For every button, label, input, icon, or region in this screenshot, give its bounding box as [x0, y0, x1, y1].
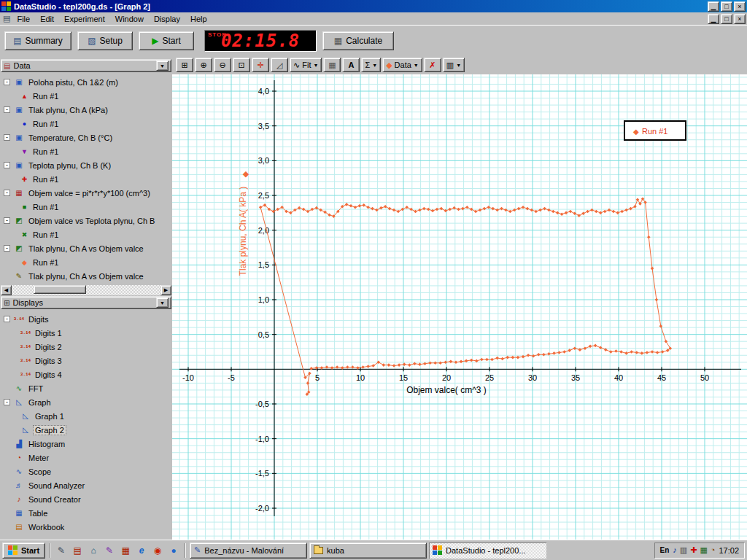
display-item[interactable]: ∿Scope: [0, 464, 172, 478]
volume-icon[interactable]: ♪: [673, 545, 677, 555]
display-item[interactable]: -3.14Digits: [0, 312, 172, 326]
data-run-item[interactable]: ▼Run #1: [0, 144, 172, 158]
summary-button[interactable]: ▤ Summary: [4, 31, 71, 50]
browser-icon[interactable]: e: [134, 543, 149, 558]
media-icon[interactable]: ▤: [70, 543, 85, 558]
expander-icon[interactable]: -: [4, 399, 10, 405]
start-experiment-button[interactable]: ▶ Start: [139, 31, 194, 50]
zoom-in-button[interactable]: ⊕: [195, 58, 212, 72]
expander-icon[interactable]: -: [4, 106, 10, 113]
data-run-item[interactable]: ✖Run #1: [0, 228, 172, 241]
display-item[interactable]: ▟Histogram: [0, 437, 172, 451]
graph-canvas[interactable]: -10-551015202530354045504,03,53,02,52,01…: [172, 74, 747, 540]
display-child-item[interactable]: ◺Graph 1: [0, 409, 172, 423]
scroll-left-button[interactable]: ◀: [1, 285, 12, 295]
scrollbar-thumb[interactable]: [34, 285, 86, 294]
delete-button[interactable]: ✗: [424, 58, 441, 72]
display-item[interactable]: ▦Table: [0, 506, 172, 520]
fit-menu-button[interactable]: ∿Fit▼: [290, 58, 322, 72]
data-panel-hscrollbar[interactable]: ◀ ▶: [1, 285, 171, 295]
mdi-minimize-button[interactable]: ▁: [708, 14, 719, 24]
display-icon[interactable]: ▥: [680, 545, 687, 555]
display-child-item[interactable]: 3.14Digits 4: [0, 368, 172, 381]
setup-button[interactable]: ▧ Setup: [77, 31, 133, 50]
task-button-2[interactable]: kuba: [309, 542, 427, 559]
task-button-1[interactable]: ✎Bez_názvu - Malování: [190, 542, 307, 559]
calculator-icon[interactable]: ▦: [118, 543, 133, 558]
keyboard-layout-indicator[interactable]: En: [660, 546, 670, 554]
mdi-restore-button[interactable]: □: [721, 14, 732, 24]
display-item[interactable]: ♪Sound Creator: [0, 492, 172, 506]
scheduler-icon[interactable]: ◔: [711, 545, 716, 555]
menu-window[interactable]: Window: [110, 14, 149, 24]
calculator-icon: ▦: [334, 36, 342, 46]
scale-to-fit-button[interactable]: ⊞: [176, 58, 193, 72]
data-item[interactable]: -▦Objem valce = pi*r*r*y*100 (cm^3): [0, 186, 172, 200]
pen-icon[interactable]: ✎: [102, 543, 117, 558]
expander-icon[interactable]: -: [4, 79, 10, 85]
data-run-item[interactable]: ◆Run #1: [0, 255, 172, 269]
menu-file[interactable]: File: [12, 14, 35, 24]
player-icon[interactable]: ◉: [150, 543, 165, 558]
task-button-3[interactable]: DataStudio - tepl200...: [429, 542, 546, 559]
network-icon[interactable]: ▦: [700, 545, 707, 555]
slope-tool-button[interactable]: ◿: [271, 58, 288, 72]
data-panel-dropdown-button[interactable]: ▼: [156, 61, 169, 71]
expander-icon[interactable]: -: [4, 134, 10, 141]
data-item[interactable]: ✎Tlak plynu, Ch A vs Objem valce: [0, 269, 172, 283]
scroll-right-button[interactable]: ▶: [160, 285, 171, 295]
show-desktop-icon[interactable]: ⌂: [86, 543, 101, 558]
data-run-item[interactable]: ●Run #1: [0, 117, 172, 131]
scrollbar-track[interactable]: [12, 285, 160, 295]
start-menu-button[interactable]: Start: [2, 542, 45, 559]
menu-display[interactable]: Display: [149, 14, 185, 24]
scale-to-fit-icon: ⊞: [181, 61, 187, 70]
antivirus-icon[interactable]: ✚: [690, 545, 697, 555]
calculator-button[interactable]: ▦: [323, 58, 341, 72]
display-item[interactable]: -◺Graph: [0, 395, 172, 409]
graph-settings-button[interactable]: ▥▼: [443, 58, 465, 72]
calculate-button[interactable]: ▦ Calculate: [322, 31, 394, 50]
data-item[interactable]: -▣Poloha pistu, Ch 1&2 (m): [0, 75, 172, 89]
text-tool-button[interactable]: A: [342, 58, 360, 72]
journal-icon[interactable]: ✎: [54, 543, 69, 558]
display-child-item[interactable]: 3.14Digits 3: [0, 354, 172, 368]
data-run-item[interactable]: ■Run #1: [0, 200, 172, 214]
expander-icon[interactable]: -: [4, 190, 10, 196]
display-child-item[interactable]: 3.14Digits 2: [0, 340, 172, 354]
data-item[interactable]: -▣Tlak plynu, Ch A (kPa): [0, 103, 172, 117]
display-child-item[interactable]: 3.14Digits 1: [0, 326, 172, 340]
maximize-button[interactable]: □: [721, 1, 732, 12]
data-run-item[interactable]: ▲Run #1: [0, 89, 172, 103]
menu-edit[interactable]: Edit: [35, 14, 59, 24]
close-button[interactable]: ×: [734, 1, 746, 12]
data-menu-button[interactable]: ◆Data▼: [382, 58, 422, 72]
zoom-out-button[interactable]: ⊖: [214, 58, 231, 72]
pressure-vs-volume-chart[interactable]: -10-551015202530354045504,03,53,02,52,01…: [172, 74, 747, 540]
display-item[interactable]: ♬Sound Analyzer: [0, 478, 172, 492]
smart-tool-button[interactable]: ✛: [252, 58, 269, 72]
menu-help[interactable]: Help: [185, 14, 212, 24]
expander-icon[interactable]: -: [4, 162, 10, 168]
display-item[interactable]: ◔Meter: [0, 451, 172, 464]
data-panel-header[interactable]: ▤ Data ▼: [1, 59, 171, 72]
expander-icon[interactable]: -: [4, 245, 10, 252]
menu-experiment[interactable]: Experiment: [59, 14, 110, 24]
zoom-select-button[interactable]: ⊡: [233, 58, 250, 72]
displays-panel-dropdown-button[interactable]: ▼: [156, 298, 169, 308]
data-item[interactable]: -◩Objem valce vs Teplota plynu, Ch B: [0, 214, 172, 228]
data-run-item[interactable]: ✚Run #1: [0, 172, 172, 186]
globe-icon[interactable]: ●: [166, 543, 181, 558]
expander-icon[interactable]: -: [4, 217, 10, 224]
data-item[interactable]: -▣Temperature, Ch B (°C): [0, 131, 172, 144]
display-item[interactable]: ▤Workbook: [0, 520, 172, 534]
mdi-close-button[interactable]: ×: [734, 14, 746, 24]
minimize-button[interactable]: ▁: [708, 1, 719, 12]
data-item[interactable]: -▣Teplota plynu, Ch B (K): [0, 158, 172, 172]
data-item[interactable]: -◩Tlak plynu, Ch A vs Objem valce: [0, 241, 172, 255]
display-item[interactable]: ∿FFT: [0, 381, 172, 395]
displays-panel-header[interactable]: ⊞ Displays ▼: [1, 296, 171, 309]
expander-icon[interactable]: -: [4, 316, 10, 322]
display-child-item[interactable]: ◺Graph 2: [0, 423, 172, 437]
statistics-menu-button[interactable]: Σ▼: [361, 58, 381, 72]
